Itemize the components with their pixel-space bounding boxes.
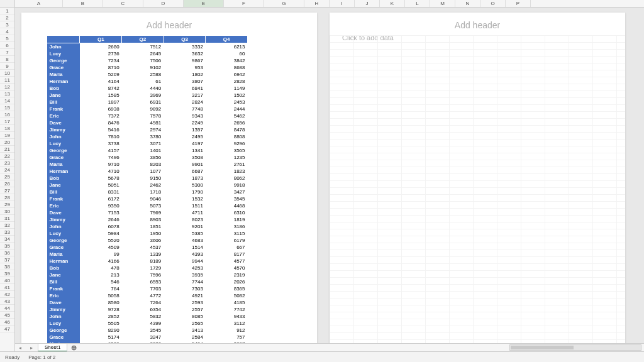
horizontal-scrollbar[interactable] — [509, 344, 641, 351]
row-header[interactable]: 32 — [0, 222, 14, 229]
row-value-cell[interactable]: 9867 — [164, 57, 206, 64]
row-value-cell[interactable]: 764 — [80, 285, 122, 292]
row-value-cell[interactable]: 7303 — [164, 285, 206, 292]
row-value-cell[interactable]: 6687 — [164, 168, 206, 175]
row-value-cell[interactable]: 5073 — [122, 202, 164, 209]
row-value-cell[interactable]: 5209 — [80, 71, 122, 78]
row-name-cell[interactable]: Dave — [47, 299, 80, 306]
table-row[interactable]: Jimmy5416297413578478 — [47, 126, 248, 133]
table-row[interactable]: Grace871091029538688 — [47, 64, 248, 71]
row-name-cell[interactable]: Grace — [47, 154, 80, 161]
row-value-cell[interactable]: 5520 — [80, 237, 122, 244]
row-value-cell[interactable]: 8808 — [206, 133, 248, 140]
table-header-q[interactable]: Q2 — [122, 36, 164, 43]
row-name-cell[interactable]: John — [47, 223, 80, 230]
row-name-cell[interactable]: Lucy — [47, 140, 80, 147]
row-name-cell[interactable]: Bob — [47, 85, 80, 92]
table-row[interactable]: Frank6938989277482444 — [47, 106, 248, 112]
table-row[interactable]: John2852583280859433 — [47, 313, 248, 320]
row-value-cell[interactable]: 9201 — [164, 223, 206, 230]
row-header[interactable]: 37 — [0, 256, 14, 263]
row-name-cell[interactable]: Herman — [47, 78, 80, 85]
col-header-G[interactable]: G — [264, 0, 304, 7]
page-2[interactable]: Add header Click to add data — [330, 13, 625, 346]
row-value-cell[interactable]: 3969 — [122, 92, 164, 99]
row-name-cell[interactable]: Dave — [47, 209, 80, 216]
table-row[interactable]: Bob5678915018738062 — [47, 175, 248, 182]
row-value-cell[interactable]: 3545 — [206, 195, 248, 202]
col-header-J[interactable]: J — [355, 0, 380, 7]
row-value-cell[interactable]: 4197 — [164, 140, 206, 147]
row-value-cell[interactable]: 1502 — [206, 92, 248, 99]
row-header[interactable]: 23 — [0, 160, 14, 167]
row-value-cell[interactable]: 2646 — [80, 216, 122, 223]
row-value-cell[interactable]: 4711 — [164, 209, 206, 216]
row-value-cell[interactable]: 9901 — [164, 161, 206, 168]
row-header[interactable]: 20 — [0, 139, 14, 146]
row-value-cell[interactable]: 9296 — [206, 140, 248, 147]
row-value-cell[interactable]: 1585 — [80, 92, 122, 99]
row-value-cell[interactable]: 2761 — [206, 161, 248, 168]
table-header-name[interactable] — [47, 36, 80, 43]
row-value-cell[interactable]: 5051 — [80, 182, 122, 189]
row-name-cell[interactable]: Maria — [47, 251, 80, 258]
row-value-cell[interactable]: 8903 — [122, 216, 164, 223]
row-value-cell[interactable]: 6213 — [206, 43, 248, 51]
row-value-cell[interactable]: 8062 — [206, 175, 248, 182]
table-row[interactable]: Eric7372757893435462 — [47, 112, 248, 119]
row-header[interactable]: 12 — [0, 84, 14, 90]
row-value-cell[interactable]: 3332 — [164, 43, 206, 51]
row-value-cell[interactable]: 4185 — [206, 299, 248, 306]
row-header[interactable]: 30 — [0, 208, 14, 215]
select-all-corner[interactable] — [0, 0, 15, 7]
table-row[interactable]: Frank6172904615323545 — [47, 195, 248, 202]
row-value-cell[interactable]: 7578 — [122, 112, 164, 119]
row-value-cell[interactable]: 1235 — [206, 154, 248, 161]
row-name-cell[interactable]: Jane — [47, 272, 80, 278]
row-name-cell[interactable]: Bill — [47, 99, 80, 106]
row-header[interactable]: 26 — [0, 180, 14, 187]
table-row[interactable]: Dave8580726425934185 — [47, 299, 248, 306]
row-value-cell[interactable]: 912 — [206, 327, 248, 334]
table-row[interactable]: Jimmy9728635425577742 — [47, 306, 248, 313]
row-value-cell[interactable]: 3427 — [206, 189, 248, 195]
row-value-cell[interactable]: 8365 — [206, 285, 248, 292]
row-value-cell[interactable]: 9102 — [122, 64, 164, 71]
row-value-cell[interactable]: 5678 — [80, 175, 122, 182]
row-value-cell[interactable]: 4772 — [122, 292, 164, 299]
row-value-cell[interactable]: 9350 — [80, 202, 122, 209]
row-value-cell[interactable]: 1532 — [164, 195, 206, 202]
row-name-cell[interactable]: Frank — [47, 195, 80, 202]
row-header[interactable]: 8 — [0, 56, 14, 63]
table-row[interactable]: George829035453413912 — [47, 327, 248, 334]
row-value-cell[interactable]: 1873 — [164, 175, 206, 182]
row-value-cell[interactable]: 3807 — [164, 78, 206, 85]
row-value-cell[interactable]: 4577 — [206, 258, 248, 265]
row-value-cell[interactable]: 5984 — [80, 230, 122, 237]
row-value-cell[interactable]: 3115 — [206, 230, 248, 237]
row-value-cell[interactable]: 5082 — [206, 292, 248, 299]
row-name-cell[interactable]: Grace — [47, 334, 80, 341]
row-name-cell[interactable]: Jimmy — [47, 216, 80, 223]
row-header[interactable]: 47 — [0, 326, 14, 332]
row-value-cell[interactable]: 2974 — [122, 126, 164, 133]
row-value-cell[interactable]: 1851 — [122, 223, 164, 230]
row-value-cell[interactable]: 2852 — [80, 313, 122, 320]
row-header[interactable]: 3 — [0, 21, 14, 28]
row-header[interactable]: 35 — [0, 243, 14, 250]
page-1[interactable]: Add header Q1Q2Q3Q4 John2680751233326213… — [21, 13, 317, 346]
row-value-cell[interactable]: 3606 — [122, 237, 164, 244]
row-name-cell[interactable]: Herman — [47, 168, 80, 175]
row-value-cell[interactable]: 9728 — [80, 306, 122, 313]
table-row[interactable]: Jane5051246253009918 — [47, 182, 248, 189]
row-header[interactable]: 33 — [0, 229, 14, 236]
row-value-cell[interactable]: 2645 — [122, 50, 164, 57]
row-value-cell[interactable]: 2453 — [206, 99, 248, 106]
table-header-q[interactable]: Q3 — [164, 36, 206, 43]
row-header[interactable]: 1 — [0, 8, 14, 14]
col-header-L[interactable]: L — [405, 0, 430, 7]
row-header[interactable]: 44 — [0, 305, 14, 312]
row-value-cell[interactable]: 3632 — [164, 50, 206, 57]
col-header-B[interactable]: B — [63, 0, 103, 7]
row-name-cell[interactable]: Jane — [47, 182, 80, 189]
